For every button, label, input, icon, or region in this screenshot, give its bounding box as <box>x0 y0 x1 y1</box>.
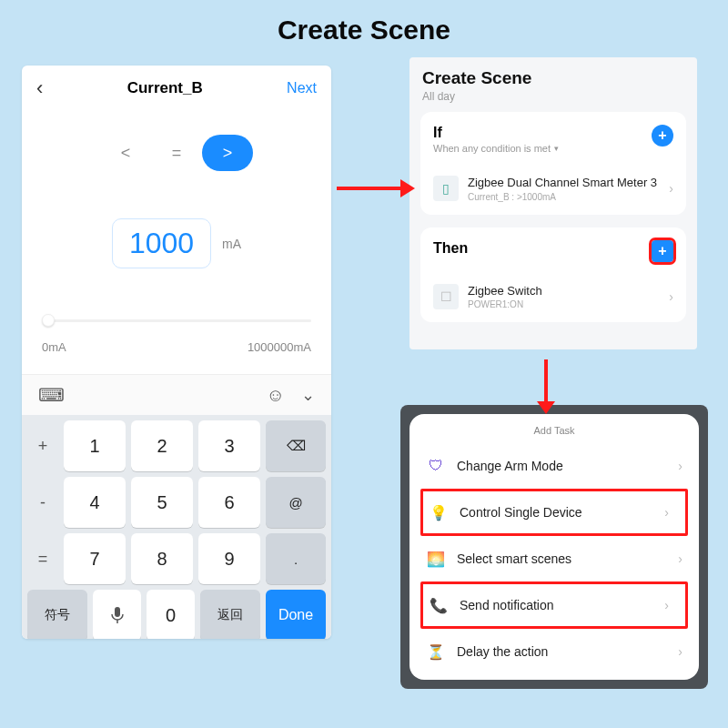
task-delay-action[interactable]: ⏳ Delay the action › <box>410 629 699 674</box>
if-device-row[interactable]: ▯ Zigbee Dual Channel Smart Meter 3 Curr… <box>433 167 673 202</box>
back-icon[interactable]: ‹ <box>36 76 43 100</box>
phone-message-icon: 📞 <box>429 595 449 615</box>
chevron-right-icon: › <box>664 598 669 612</box>
chevron-right-icon: › <box>678 644 682 659</box>
then-device-row[interactable]: ☐ Zigbee Switch POWER1:ON › <box>433 275 673 310</box>
task-label: Change Arm Mode <box>457 459 563 473</box>
if-device-name: Zigbee Dual Channel Smart Meter 3 <box>468 176 657 190</box>
highlight-box: 📞 Send notification › <box>420 581 688 629</box>
svg-rect-0 <box>115 607 120 617</box>
key-1[interactable]: 1 <box>64 420 126 471</box>
key-equals[interactable]: = <box>27 533 58 584</box>
arrow-1-head-icon <box>400 179 415 197</box>
add-action-button[interactable]: + <box>652 240 673 262</box>
key-0[interactable]: 0 <box>147 590 195 639</box>
operator-equals[interactable]: = <box>151 135 202 171</box>
bulb-icon: 💡 <box>429 502 449 522</box>
key-8[interactable]: 8 <box>131 533 193 584</box>
add-condition-button[interactable]: + <box>652 125 673 147</box>
range-max: 1000000mA <box>248 340 311 354</box>
key-backspace[interactable]: ⌫ <box>266 420 326 471</box>
key-5[interactable]: 5 <box>131 477 193 528</box>
arrow-2-line <box>544 359 548 403</box>
key-minus[interactable]: - <box>27 477 58 528</box>
sunrise-icon: 🌅 <box>426 549 446 569</box>
key-7[interactable]: 7 <box>64 533 126 584</box>
chevron-right-icon: › <box>664 505 669 520</box>
keyboard-toolbar: ⌨ ☺ ⌄ <box>22 374 331 415</box>
add-task-title: Add Task <box>410 425 699 443</box>
meter-icon: ▯ <box>433 176 459 201</box>
collapse-keyboard-icon[interactable]: ⌄ <box>301 385 315 405</box>
operator-selector: < = > <box>22 135 331 171</box>
highlight-box: 💡 Control Single Device › <box>420 489 688 536</box>
value-input[interactable]: 1000 <box>112 218 211 268</box>
scene-title: Create Scene <box>420 68 686 88</box>
arrow-1-line <box>337 187 402 190</box>
screen-title: Current_B <box>127 79 203 97</box>
key-dot[interactable]: . <box>266 533 326 584</box>
shield-icon: 🛡 <box>426 456 446 476</box>
then-label: Then <box>433 240 468 257</box>
if-label: If <box>433 125 559 141</box>
value-unit: mA <box>222 237 241 251</box>
value-input-screen: ‹ Current_B Next < = > 1000 mA 0mA 10000… <box>22 66 331 639</box>
task-change-arm-mode[interactable]: 🛡 Change Arm Mode › <box>410 443 699 489</box>
numeric-keyboard: + 1 2 3 ⌫ - 4 5 6 @ = 7 8 9 . 符号 0 返回 D <box>22 415 331 639</box>
key-mic[interactable] <box>93 590 141 639</box>
if-device-detail: Current_B : >1000mA <box>468 192 657 202</box>
emoji-icon[interactable]: ☺ <box>267 385 285 406</box>
key-2[interactable]: 2 <box>131 420 193 471</box>
switch-icon: ☐ <box>433 284 459 309</box>
key-return[interactable]: 返回 <box>200 590 260 639</box>
chevron-right-icon: › <box>669 289 673 304</box>
task-send-notification[interactable]: 📞 Send notification › <box>423 584 685 626</box>
scene-subtitle: All day <box>420 88 686 112</box>
chevron-right-icon: › <box>678 551 682 566</box>
key-6[interactable]: 6 <box>198 477 260 528</box>
key-symbols[interactable]: 符号 <box>27 590 87 639</box>
chevron-right-icon: › <box>678 459 682 473</box>
task-label: Delay the action <box>457 644 548 659</box>
page-title: Create Scene <box>0 15 728 46</box>
range-min: 0mA <box>42 340 66 354</box>
task-label: Select smart scenes <box>457 551 571 566</box>
create-scene-screen: Create Scene All day If When any conditi… <box>410 57 697 349</box>
key-9[interactable]: 9 <box>198 533 260 584</box>
task-label: Send notification <box>460 598 554 612</box>
key-at[interactable]: @ <box>266 477 326 528</box>
dropdown-icon[interactable]: ▾ <box>554 144 559 153</box>
keyboard-icon[interactable]: ⌨ <box>38 384 65 406</box>
key-3[interactable]: 3 <box>198 420 260 471</box>
task-control-single-device[interactable]: 💡 Control Single Device › <box>423 491 685 533</box>
arrow-2-head-icon <box>537 401 555 414</box>
key-plus[interactable]: + <box>27 420 58 471</box>
key-4[interactable]: 4 <box>64 477 126 528</box>
operator-greater-than[interactable]: > <box>202 135 253 171</box>
key-done[interactable]: Done <box>266 590 326 639</box>
if-card: If When any condition is met ▾ + ▯ Zigbe… <box>420 112 686 215</box>
value-slider[interactable] <box>42 319 311 322</box>
slider-thumb[interactable] <box>42 314 55 327</box>
next-button[interactable]: Next <box>287 80 317 96</box>
add-task-sheet: Add Task 🛡 Change Arm Mode › 💡 Control S… <box>400 405 708 689</box>
then-device-name: Zigbee Switch <box>468 284 542 298</box>
chevron-right-icon: › <box>669 181 673 196</box>
then-card: Then + ☐ Zigbee Switch POWER1:ON › <box>420 228 686 323</box>
task-label: Control Single Device <box>460 505 582 520</box>
then-device-detail: POWER1:ON <box>468 299 542 309</box>
operator-less-than[interactable]: < <box>100 135 151 171</box>
hourglass-icon: ⏳ <box>426 642 446 662</box>
if-condition-text: When any condition is met <box>433 143 551 154</box>
task-select-smart-scenes[interactable]: 🌅 Select smart scenes › <box>410 536 699 581</box>
